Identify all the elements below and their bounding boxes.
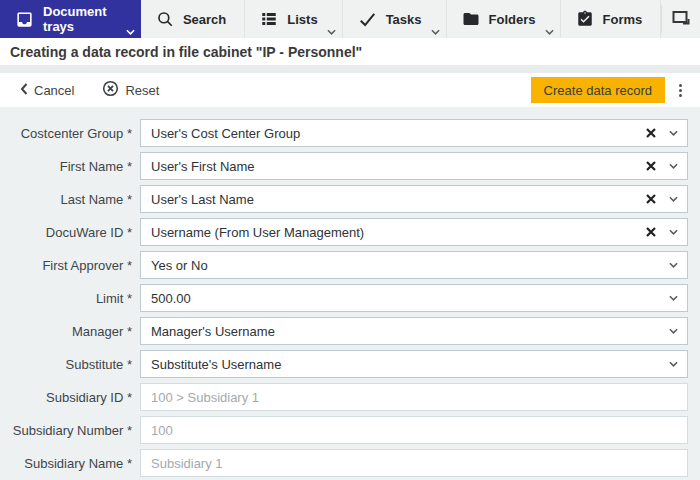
field-costcenter-group[interactable]: User's Cost Center Group	[140, 119, 688, 147]
reset-circle-x-icon	[102, 80, 119, 100]
form-row: First Approver *Yes or No	[0, 251, 688, 279]
field-label-manager: Manager *	[0, 324, 140, 339]
field-value: Username (From User Management)	[151, 225, 646, 240]
field-value: 100 > Subsidiary 1	[151, 390, 678, 405]
field-substitute[interactable]: Substitute's Username	[140, 350, 688, 378]
form-row: Subsidiary ID *100 > Subsidiary 1	[0, 383, 688, 411]
field-label-first-approver: First Approver *	[0, 258, 140, 273]
tab-label: Forms	[603, 12, 643, 27]
chevron-left-icon	[20, 83, 28, 98]
form-row: Subsidiary Name *Subsidiary 1	[0, 449, 688, 477]
divider-strip	[0, 65, 700, 73]
field-value: 500.00	[151, 291, 669, 306]
reset-label: Reset	[125, 83, 159, 98]
field-last-name[interactable]: User's Last Name	[140, 185, 688, 213]
top-navigation: Document traysSearchListsTasksFoldersFor…	[0, 0, 700, 38]
field-label-last-name: Last Name *	[0, 192, 140, 207]
field-label-costcenter-group: Costcenter Group *	[0, 126, 140, 141]
clear-icon[interactable]	[646, 227, 656, 237]
field-subsidiary-id: 100 > Subsidiary 1	[140, 383, 688, 411]
detach-window-button[interactable]	[662, 0, 700, 38]
field-label-docuware-id: DocuWare ID *	[0, 225, 140, 240]
form-row: Substitute *Substitute's Username	[0, 350, 688, 378]
chevron-down-icon[interactable]	[669, 295, 678, 301]
form-row: First Name *User's First Name	[0, 152, 688, 180]
chevron-down-icon[interactable]	[669, 328, 678, 334]
check-icon	[358, 10, 377, 29]
form-area: Costcenter Group *User's Cost Center Gro…	[0, 107, 700, 480]
page-title: Creating a data record in file cabinet "…	[0, 38, 700, 65]
restore-window-icon	[671, 9, 691, 30]
chevron-down-icon[interactable]	[669, 130, 678, 136]
reset-button[interactable]: Reset	[102, 80, 159, 100]
cancel-button[interactable]: Cancel	[20, 83, 74, 98]
tab-label: Search	[183, 12, 226, 27]
form-row: Costcenter Group *User's Cost Center Gro…	[0, 119, 688, 147]
folder-icon	[462, 10, 480, 28]
chevron-down-icon[interactable]	[669, 262, 678, 268]
docuware-app: Document traysSearchListsTasksFoldersFor…	[0, 0, 700, 480]
tab-search[interactable]: Search	[141, 0, 245, 38]
field-value: User's Cost Center Group	[151, 126, 646, 141]
field-label-subsidiary-name: Subsidiary Name *	[0, 456, 140, 471]
field-limit[interactable]: 500.00	[140, 284, 688, 312]
tab-label: Folders	[489, 12, 536, 27]
chevron-down-icon[interactable]	[669, 196, 678, 202]
field-value: Yes or No	[151, 258, 669, 273]
kebab-menu-icon[interactable]	[670, 77, 690, 103]
tab-folders[interactable]: Folders	[447, 0, 561, 38]
tab-label: Tasks	[386, 12, 422, 27]
chevron-down-icon	[126, 29, 135, 35]
field-value: Subsidiary 1	[151, 456, 678, 471]
field-label-limit: Limit *	[0, 291, 140, 306]
field-docuware-id[interactable]: Username (From User Management)	[140, 218, 688, 246]
form-row: Subsidiary Number *100	[0, 416, 688, 444]
clipboard-check-icon	[576, 10, 594, 28]
field-label-subsidiary-id: Subsidiary ID *	[0, 390, 140, 405]
field-value: User's Last Name	[151, 192, 646, 207]
tab-tasks[interactable]: Tasks	[343, 0, 447, 38]
field-label-subsidiary-number: Subsidiary Number *	[0, 423, 140, 438]
form-row: DocuWare ID *Username (From User Managem…	[0, 218, 688, 246]
form-row: Limit *500.00	[0, 284, 688, 312]
chevron-down-icon[interactable]	[669, 163, 678, 169]
chevron-down-icon[interactable]	[669, 229, 678, 235]
field-label-first-name: First Name *	[0, 159, 140, 174]
field-value: Manager's Username	[151, 324, 669, 339]
chevron-down-icon	[545, 29, 554, 35]
chevron-down-icon	[327, 29, 336, 35]
field-subsidiary-name: Subsidiary 1	[140, 449, 688, 477]
create-data-record-button[interactable]: Create data record	[531, 77, 665, 103]
chevron-down-icon	[431, 29, 440, 35]
field-first-name[interactable]: User's First Name	[140, 152, 688, 180]
tab-document-trays[interactable]: Document trays	[0, 0, 141, 38]
field-first-approver[interactable]: Yes or No	[140, 251, 688, 279]
field-value: 100	[151, 423, 678, 438]
tab-label: Lists	[287, 12, 317, 27]
clear-icon[interactable]	[646, 128, 656, 138]
list-icon	[260, 10, 278, 28]
toolbar: Cancel Reset Create data record	[0, 73, 700, 107]
clear-icon[interactable]	[646, 194, 656, 204]
search-icon	[156, 10, 174, 28]
form-row: Manager *Manager's Username	[0, 317, 688, 345]
tab-forms[interactable]: Forms	[561, 0, 662, 38]
field-value: Substitute's Username	[151, 357, 669, 372]
tab-label: Document trays	[43, 4, 117, 34]
field-label-substitute: Substitute *	[0, 357, 140, 372]
chevron-down-icon[interactable]	[669, 361, 678, 367]
clear-icon[interactable]	[646, 161, 656, 171]
tray-icon	[15, 10, 34, 29]
form-row: Last Name *User's Last Name	[0, 185, 688, 213]
field-value: User's First Name	[151, 159, 646, 174]
tab-lists[interactable]: Lists	[245, 0, 342, 38]
field-subsidiary-number: 100	[140, 416, 688, 444]
cancel-label: Cancel	[34, 83, 74, 98]
field-manager[interactable]: Manager's Username	[140, 317, 688, 345]
